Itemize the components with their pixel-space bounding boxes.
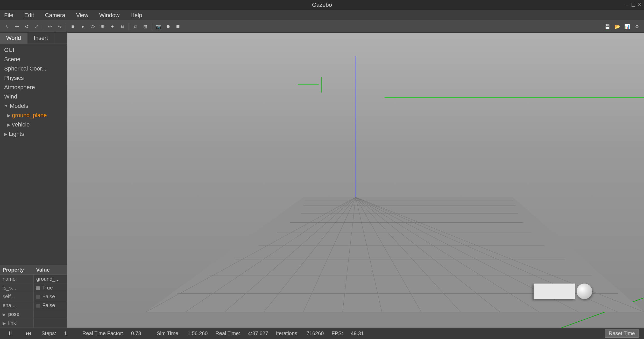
lights-arrow: ▶ bbox=[4, 132, 7, 137]
axis-green-cross-vertical bbox=[321, 77, 322, 93]
toolbar-separator-3 bbox=[129, 23, 129, 30]
fps-label: FPS: bbox=[331, 330, 343, 336]
fps-value: 49.31 bbox=[351, 330, 364, 336]
prop-key-link: ▶ link bbox=[0, 319, 34, 327]
toolbar-pointlight[interactable]: ✳ bbox=[98, 22, 107, 31]
left-panel: World Insert GUI Scene Spherical Coor...… bbox=[0, 33, 67, 328]
reset-time-button[interactable]: Reset Time bbox=[605, 329, 639, 338]
prop-key-ena: ena... bbox=[0, 301, 34, 310]
close-btn[interactable]: ✕ bbox=[638, 2, 641, 8]
toolbar-settings[interactable]: ⚙ bbox=[633, 22, 641, 31]
titlebar: Gazebo ─ ❑ ✕ bbox=[0, 0, 644, 10]
toolbar-scale[interactable]: ⤢ bbox=[32, 22, 41, 31]
toolbar-open[interactable]: 📂 bbox=[613, 22, 622, 31]
menubar: File Edit Camera View Window Help bbox=[0, 10, 644, 21]
prop-row-pose[interactable]: ▶ pose bbox=[0, 310, 67, 319]
prop-col-property: Property bbox=[0, 265, 34, 274]
toolbar-move[interactable]: ✛ bbox=[12, 22, 21, 31]
menu-help[interactable]: Help bbox=[129, 11, 144, 20]
tree-item-wind[interactable]: Wind bbox=[0, 92, 67, 101]
pose-expand-icon: ▶ bbox=[3, 312, 6, 317]
toolbar-screenshot[interactable]: 📷 bbox=[154, 22, 163, 31]
scene-canvas bbox=[67, 33, 644, 328]
window-controls[interactable]: ─ ❑ ✕ bbox=[626, 2, 641, 8]
tree-item-models[interactable]: ▼ Models bbox=[0, 101, 67, 111]
tree-item-spherical[interactable]: Spherical Coor... bbox=[0, 64, 67, 73]
prop-row-is-static[interactable]: is_s... True bbox=[0, 284, 67, 292]
prop-val-is-static[interactable]: True bbox=[34, 284, 67, 292]
toolbar-cylinder[interactable]: ⬭ bbox=[88, 22, 97, 31]
3d-viewport[interactable] bbox=[67, 33, 644, 328]
sim-label: Sim Time: bbox=[157, 330, 180, 336]
prop-row-ena[interactable]: ena... False bbox=[0, 301, 67, 310]
toolbar-paste[interactable]: ⊞ bbox=[141, 22, 150, 31]
menu-file[interactable]: File bbox=[3, 11, 15, 20]
tab-insert[interactable]: Insert bbox=[27, 33, 54, 44]
toolbar-save[interactable]: 💾 bbox=[603, 22, 612, 31]
iter-label: Iterations: bbox=[276, 330, 299, 336]
menu-edit[interactable]: Edit bbox=[23, 11, 36, 20]
toolbar-stop[interactable]: ⏹ bbox=[174, 22, 182, 31]
tree-item-gui[interactable]: GUI bbox=[0, 45, 67, 55]
minimize-btn[interactable]: ─ bbox=[626, 2, 629, 8]
prop-key-pose: ▶ pose bbox=[0, 310, 34, 319]
toolbar-record[interactable]: ⏺ bbox=[164, 22, 173, 31]
toolbar: ↖ ✛ ↺ ⤢ ↩ ↪ ■ ● ⬭ ✳ ✦ ≋ ⧉ ⊞ 📷 ⏺ ⏹ 💾 📂 📊 … bbox=[0, 21, 644, 33]
prop-val-self[interactable]: False bbox=[34, 292, 67, 301]
prop-row-self[interactable]: self... False bbox=[0, 292, 67, 301]
toolbar-separator-1 bbox=[43, 23, 43, 30]
real-label: Real Time: bbox=[215, 330, 240, 336]
tree-item-lights[interactable]: ▶ Lights bbox=[0, 129, 67, 139]
sim-value: 1:56.260 bbox=[188, 330, 208, 336]
restore-btn[interactable]: ❑ bbox=[631, 2, 635, 8]
prop-row-link[interactable]: ▶ link bbox=[0, 319, 67, 328]
tree-item-ground-plane[interactable]: ▶ ground_plane bbox=[0, 111, 67, 120]
toolbar-undo[interactable]: ↩ bbox=[45, 22, 54, 31]
vehicle-objects bbox=[534, 284, 592, 299]
menu-view[interactable]: View bbox=[75, 11, 90, 20]
pause-button[interactable]: ⏸ bbox=[5, 329, 16, 338]
prop-key-name: name bbox=[0, 275, 34, 283]
vehicle-sphere-mesh bbox=[577, 284, 592, 299]
tree-item-atmosphere[interactable]: Atmosphere bbox=[0, 83, 67, 92]
property-table: Property Value name ground_... is_s... T… bbox=[0, 265, 67, 328]
step-forward-button[interactable]: ⏭ bbox=[23, 329, 34, 338]
toolbar-box[interactable]: ■ bbox=[68, 22, 77, 31]
prop-row-name[interactable]: name ground_... bbox=[0, 275, 67, 284]
menu-window[interactable]: Window bbox=[98, 11, 121, 20]
toolbar-dirlight[interactable]: ≋ bbox=[118, 22, 126, 31]
toolbar-copy[interactable]: ⧉ bbox=[131, 22, 140, 31]
statusbar: ⏸ ⏭ Steps: 1 Real Time Factor: 0.78 Sim … bbox=[0, 328, 644, 339]
toolbar-chart[interactable]: 📊 bbox=[623, 22, 632, 31]
vehicle-box-mesh bbox=[534, 284, 575, 299]
steps-label: Steps: bbox=[41, 330, 56, 336]
toolbar-spotlight[interactable]: ✦ bbox=[108, 22, 117, 31]
toolbar-redo[interactable]: ↪ bbox=[55, 22, 64, 31]
toolbar-sphere[interactable]: ● bbox=[78, 22, 87, 31]
toolbar-rotate[interactable]: ↺ bbox=[22, 22, 31, 31]
toolbar-select[interactable]: ↖ bbox=[3, 22, 11, 31]
tree-item-ground-label: ground_plane bbox=[12, 112, 47, 119]
tree-item-physics[interactable]: Physics bbox=[0, 73, 67, 83]
tree-item-physics-label: Physics bbox=[4, 75, 24, 81]
axis-green-cross-horizontal bbox=[298, 84, 319, 85]
tree-item-models-label: Models bbox=[10, 103, 28, 109]
tree-item-vehicle[interactable]: ▶ vehicle bbox=[0, 120, 67, 129]
prop-val-link bbox=[34, 319, 67, 327]
tab-world[interactable]: World bbox=[0, 33, 27, 44]
tree-item-scene[interactable]: Scene bbox=[0, 55, 67, 64]
window-title: Gazebo bbox=[312, 2, 332, 8]
prop-val-ena[interactable]: False bbox=[34, 301, 67, 310]
checkbox-is-static[interactable] bbox=[36, 286, 40, 290]
vehicle-arrow: ▶ bbox=[7, 122, 10, 127]
checkbox-self[interactable] bbox=[36, 295, 40, 299]
tree-item-atmosphere-label: Atmosphere bbox=[4, 84, 35, 91]
link-expand-icon: ▶ bbox=[3, 321, 6, 326]
prop-val-name[interactable]: ground_... bbox=[34, 275, 67, 283]
menu-camera[interactable]: Camera bbox=[43, 11, 67, 20]
prop-key-self: self... bbox=[0, 292, 34, 301]
checkbox-ena[interactable] bbox=[36, 304, 40, 308]
real-value: 4:37.627 bbox=[248, 330, 268, 336]
scene-tree: GUI Scene Spherical Coor... Physics Atmo… bbox=[0, 44, 67, 265]
toolbar-separator-4 bbox=[152, 23, 152, 30]
